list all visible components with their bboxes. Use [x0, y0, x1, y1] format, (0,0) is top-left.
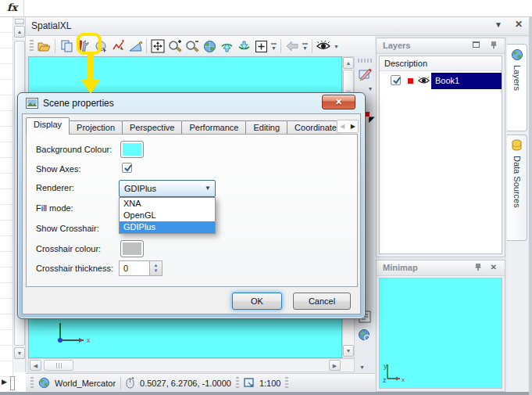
zoom-extents-button[interactable] [356, 327, 373, 344]
svg-text:x: x [87, 336, 91, 344]
cancel-button[interactable]: Cancel [293, 293, 351, 310]
toolbar-separator [312, 39, 312, 53]
svg-text:x: x [402, 376, 405, 383]
tab-performance[interactable]: Performance [181, 120, 246, 135]
measure-button[interactable] [127, 38, 144, 55]
crosshair-thickness-label: Crosshair thickness: [36, 264, 113, 273]
renderer-dropdown-list: XNA OpenGL GDIPlus [119, 197, 216, 234]
zoom-out-button[interactable] [184, 38, 201, 55]
fill-mode-label: Fill mode: [36, 203, 73, 213]
scene-hscroll-thumb[interactable] [44, 360, 73, 371]
background-colour-label: Background Colour: [36, 145, 112, 154]
maximize-icon[interactable] [473, 41, 480, 49]
pan-button[interactable] [149, 38, 166, 55]
zoom-in-button[interactable] [166, 38, 184, 55]
svg-text:z: z [383, 376, 387, 384]
ok-button[interactable]: OK [232, 293, 282, 310]
toolbar-separator [146, 39, 147, 53]
dialog-close-button[interactable]: ✕ [322, 95, 355, 110]
excel-scroll-up-button[interactable]: ▲ [14, 26, 25, 38]
visibility-dropdown[interactable]: ▼ [332, 38, 341, 55]
tab-scroll-left-icon[interactable]: ◀ [340, 123, 345, 130]
side-toolbar-grip[interactable] [358, 59, 372, 63]
scene-scroll-left-button[interactable]: ◀ [30, 360, 41, 371]
toolbar-overflow-button[interactable]: ▼ [301, 38, 309, 55]
copy-icon [61, 40, 73, 52]
tab-scroll-right-icon[interactable]: ▶ [351, 123, 355, 130]
open-folder-icon [37, 41, 51, 52]
scale-value: 1:100 [259, 379, 281, 388]
tab-projection[interactable]: Projection [69, 120, 123, 135]
move-up-button[interactable] [218, 38, 235, 55]
layer-checkbox[interactable] [391, 75, 401, 85]
renderer-label: Renderer: [36, 183, 74, 192]
dock-tab-label: Data Sources [512, 156, 522, 208]
tab-display[interactable]: Display [26, 117, 70, 135]
renderer-combobox[interactable]: GDIPlus ▼ [119, 180, 216, 197]
layer-row[interactable]: Book1 [380, 73, 502, 89]
check-icon [123, 163, 134, 174]
excel-sheet-nav-arrow[interactable]: ▶ [2, 378, 7, 386]
toolbar-separator [55, 39, 55, 53]
copy-button[interactable] [58, 38, 75, 55]
pin-icon[interactable] [475, 263, 481, 273]
pane-close-icon[interactable]: ✕ [515, 19, 523, 30]
show-axes-checkbox[interactable] [122, 163, 132, 173]
globe-button[interactable] [201, 38, 218, 55]
add-vector-button[interactable] [109, 38, 127, 55]
layer-name[interactable]: Book1 [431, 73, 502, 89]
layers-panel-header: Layers [377, 38, 505, 54]
tab-editing[interactable]: Editing [245, 120, 287, 135]
scene-horizontal-scrollbar[interactable] [28, 358, 355, 372]
projection-globe-icon [38, 377, 50, 389]
renderer-option-gdiplus[interactable]: GDIPlus [120, 221, 215, 233]
layer-colour-swatch[interactable] [408, 78, 413, 84]
tab-scroll-buttons: ◀ ▶ [337, 120, 359, 133]
toolbar-overflow-button[interactable]: ▼ [270, 38, 278, 55]
minimap-panel: Minimap ✕ y z x [376, 260, 505, 392]
crosshair-thickness-spinner[interactable]: ▲▼ [150, 260, 162, 276]
dock-tab-data-sources[interactable]: Data Sources [507, 135, 527, 241]
arrow-down-icon [237, 40, 251, 53]
move-down-button[interactable] [235, 38, 252, 55]
scene-properties-dialog: Scene properties ✕ DisplayProjectionPers… [17, 92, 366, 319]
pin-icon[interactable] [491, 41, 497, 51]
minimap-viewport[interactable]: y z x [379, 278, 502, 389]
scene-scroll-up-button[interactable]: ▲ [343, 57, 354, 69]
background-colour-swatch[interactable] [120, 141, 144, 158]
close-icon[interactable]: ✕ [491, 263, 497, 271]
renderer-option-opengl[interactable]: OpenGL [120, 210, 215, 221]
fx-icon: fx [7, 2, 17, 13]
excel-split-box[interactable] [15, 19, 24, 24]
tab-coordinate[interactable]: Coordinate C [287, 120, 341, 135]
globe-icon [203, 40, 216, 53]
dialog-image-icon [26, 98, 38, 109]
database-icon [511, 139, 523, 152]
cursor-coordinates: 0.5027, 6.2706, -1.0000 [140, 379, 231, 388]
statusbar-separator [285, 377, 288, 390]
vector-add-icon [112, 40, 125, 52]
toolbar-grip[interactable] [30, 40, 34, 52]
add-frame-button[interactable] [252, 38, 270, 55]
scene-axes-icon: x [48, 321, 95, 347]
crosshair-colour-swatch[interactable] [120, 240, 144, 257]
crosshair-thickness-input[interactable]: 0 [119, 260, 150, 276]
app-window: fx ▲ ▼ ▶ SpatialXL ▼ ✕ [0, 0, 532, 395]
open-file-button[interactable] [35, 38, 52, 55]
dock-tab-layers[interactable]: Layers [507, 44, 527, 131]
visibility-button[interactable] [315, 38, 332, 55]
minimap-panel-title: Minimap [383, 263, 418, 272]
scene-scroll-down-button[interactable]: ▼ [343, 345, 354, 357]
renderer-option-xna[interactable]: XNA [120, 198, 215, 210]
plus-box-icon [255, 40, 268, 53]
minimap-axes-icon: y z x [383, 361, 411, 385]
tab-perspective[interactable]: Perspective [122, 120, 182, 135]
layer-visibility-eye-icon[interactable] [417, 76, 430, 85]
scene-scroll-right-button[interactable]: ▶ [329, 360, 341, 371]
pane-menu-chevron-icon[interactable]: ▼ [495, 20, 502, 29]
crosshair-colour-label: Crosshair colour: [36, 244, 101, 253]
back-button[interactable] [284, 38, 301, 55]
back-arrow-icon [285, 40, 299, 52]
check-icon [391, 75, 402, 86]
excel-scroll-down-button[interactable]: ▼ [14, 347, 25, 359]
